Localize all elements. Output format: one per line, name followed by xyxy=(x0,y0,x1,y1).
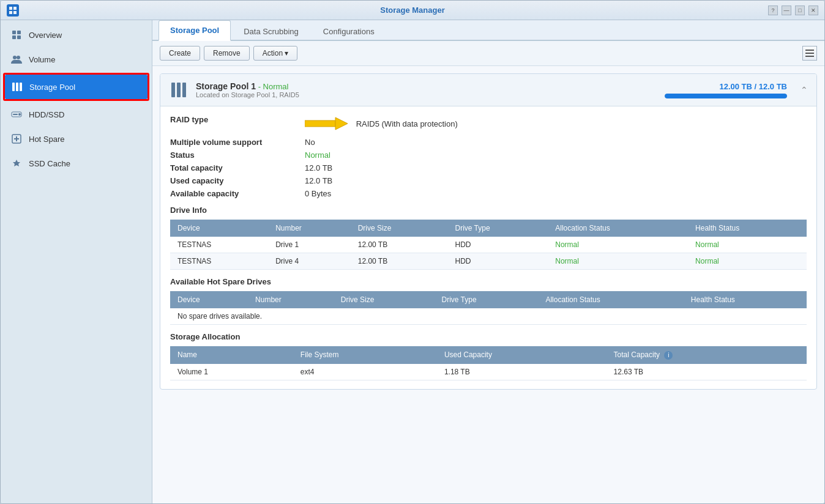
svg-rect-1 xyxy=(13,7,17,10)
drive-info-col-type: Drive Type xyxy=(448,220,548,237)
table-row: TESTNAS Drive 4 12.00 TB HDD Normal Norm… xyxy=(170,253,807,270)
view-toggle-button[interactable] xyxy=(802,46,817,61)
help-button[interactable]: ? xyxy=(768,6,778,15)
detail-raid-type-value: RAID5 (With data protection) xyxy=(305,115,458,134)
spare-col-allocation: Allocation Status xyxy=(538,291,683,308)
svg-rect-4 xyxy=(12,31,16,34)
drive1-number: Drive 1 xyxy=(268,237,351,253)
window-controls: ? — □ ✕ xyxy=(768,6,818,15)
main-window: Storage Manager ? — □ ✕ Overview xyxy=(0,0,825,504)
storage-pool-icon xyxy=(11,81,23,93)
detail-status-label: Status xyxy=(170,150,305,160)
total-capacity-info-icon[interactable]: i xyxy=(664,351,673,360)
pool-capacity-text: 12.00 TB / 12.0 TB xyxy=(665,82,787,91)
pool-capacity: 12.00 TB / 12.0 TB xyxy=(665,82,787,98)
sidebar: Overview Volume xyxy=(1,20,152,503)
sidebar-item-ssd-cache-label: SSD Cache xyxy=(29,159,70,168)
tab-data-scrubbing[interactable]: Data Scrubbing xyxy=(232,21,310,41)
alloc-col-filesystem: File System xyxy=(293,346,437,364)
svg-rect-12 xyxy=(20,83,22,91)
minimize-button[interactable]: — xyxy=(782,6,791,15)
hot-spare-header-row: Device Number Drive Size Drive Type Allo… xyxy=(170,291,807,308)
detail-used-capacity: Used capacity 12.0 TB xyxy=(170,176,807,185)
vol1-used: 1.18 TB xyxy=(437,364,607,380)
drive-info-header-row: Device Number Drive Size Drive Type Allo… xyxy=(170,220,807,237)
detail-total-capacity-value: 12.0 TB xyxy=(305,163,332,172)
spare-col-health: Health Status xyxy=(684,291,807,308)
svg-point-8 xyxy=(13,56,17,59)
svg-rect-19 xyxy=(805,50,814,51)
drive1-device: TESTNAS xyxy=(170,237,268,253)
pool-name-line: Storage Pool 1 - Normal xyxy=(196,81,657,91)
spare-col-device: Device xyxy=(170,291,248,308)
drive-info-col-size: Drive Size xyxy=(351,220,448,237)
title-bar: Storage Manager ? — □ ✕ xyxy=(1,1,824,20)
svg-rect-7 xyxy=(17,35,21,39)
drive-info-title: Drive Info xyxy=(170,206,807,215)
alloc-col-total: Total Capacity i xyxy=(607,346,807,364)
detail-raid-type-label: RAID type xyxy=(170,115,305,134)
svg-rect-20 xyxy=(805,53,814,54)
sidebar-item-overview[interactable]: Overview xyxy=(1,23,152,47)
spare-empty-message: No spare drives available. xyxy=(170,308,807,325)
drive1-size: 12.00 TB xyxy=(351,237,448,253)
detail-status: Status Normal xyxy=(170,150,807,160)
sidebar-item-volume-label: Volume xyxy=(29,55,55,64)
detail-multiple-volume-label: Multiple volume support xyxy=(170,138,305,147)
window-title: Storage Manager xyxy=(380,6,444,15)
vol1-filesystem: ext4 xyxy=(293,364,437,380)
pool-collapse-button[interactable]: ⌃ xyxy=(801,85,808,95)
pool-content: Storage Pool 1 - Normal Located on Stora… xyxy=(152,66,824,503)
spare-col-size: Drive Size xyxy=(334,291,435,308)
ssd-cache-icon xyxy=(10,157,23,169)
pool-header: Storage Pool 1 - Normal Located on Stora… xyxy=(160,74,816,106)
spare-empty-row: No spare drives available. xyxy=(170,308,807,325)
pool-header-icon xyxy=(169,80,189,100)
detail-available-capacity-label: Available capacity xyxy=(170,189,305,198)
drive1-type: HDD xyxy=(448,237,548,253)
sidebar-item-ssd-cache[interactable]: SSD Cache xyxy=(1,151,152,176)
drive1-allocation: Normal xyxy=(548,237,688,253)
tab-storage-pool[interactable]: Storage Pool xyxy=(159,20,231,41)
sidebar-item-overview-label: Overview xyxy=(29,31,62,40)
sidebar-item-hot-spare[interactable]: Hot Spare xyxy=(1,127,152,151)
svg-rect-5 xyxy=(17,31,21,34)
maximize-button[interactable]: □ xyxy=(795,6,805,15)
toolbar: Create Remove Action ▾ xyxy=(152,41,824,66)
svg-rect-2 xyxy=(9,11,12,14)
title-bar-left xyxy=(7,4,19,17)
drive-info-col-number: Number xyxy=(268,220,351,237)
tab-configurations[interactable]: Configurations xyxy=(312,21,386,41)
detail-used-capacity-label: Used capacity xyxy=(170,176,305,185)
storage-allocation-table: Name File System Used Capacity Total Cap… xyxy=(170,346,807,380)
capacity-bar-fill xyxy=(665,94,787,98)
svg-rect-23 xyxy=(177,83,181,97)
pool-status: - Normal xyxy=(258,82,289,91)
sidebar-item-storage-pool[interactable]: Storage Pool xyxy=(5,75,147,99)
drive4-number: Drive 4 xyxy=(268,253,351,270)
sidebar-item-storage-pool-label: Storage Pool xyxy=(29,83,75,92)
alloc-col-name: Name xyxy=(170,346,293,364)
close-button[interactable]: ✕ xyxy=(808,6,818,15)
storage-allocation-title: Storage Allocation xyxy=(170,332,807,341)
app-icon xyxy=(7,4,19,17)
create-button[interactable]: Create xyxy=(160,46,200,61)
volume-icon xyxy=(10,53,23,65)
main-layout: Overview Volume xyxy=(1,20,824,503)
sidebar-item-hdd-ssd[interactable]: HDD/SSD xyxy=(1,102,152,127)
hot-spare-title: Available Hot Spare Drives xyxy=(170,277,807,286)
detail-available-capacity-value: 0 Bytes xyxy=(305,189,331,198)
pool-title-group: Storage Pool 1 - Normal Located on Stora… xyxy=(196,81,657,98)
table-row: TESTNAS Drive 1 12.00 TB HDD Normal Norm… xyxy=(170,237,807,253)
hot-spare-table: Device Number Drive Size Drive Type Allo… xyxy=(170,291,807,325)
hot-spare-icon xyxy=(10,133,23,145)
sidebar-item-volume[interactable]: Volume xyxy=(1,47,152,72)
table-row: Volume 1 ext4 1.18 TB 12.63 TB xyxy=(170,364,807,380)
action-button[interactable]: Action ▾ xyxy=(253,46,298,61)
capacity-bar-container xyxy=(665,94,787,98)
svg-rect-3 xyxy=(13,11,17,14)
spare-col-number: Number xyxy=(248,291,334,308)
vol1-name: Volume 1 xyxy=(170,364,293,380)
remove-button[interactable]: Remove xyxy=(204,46,250,61)
drive4-type: HDD xyxy=(448,253,548,270)
